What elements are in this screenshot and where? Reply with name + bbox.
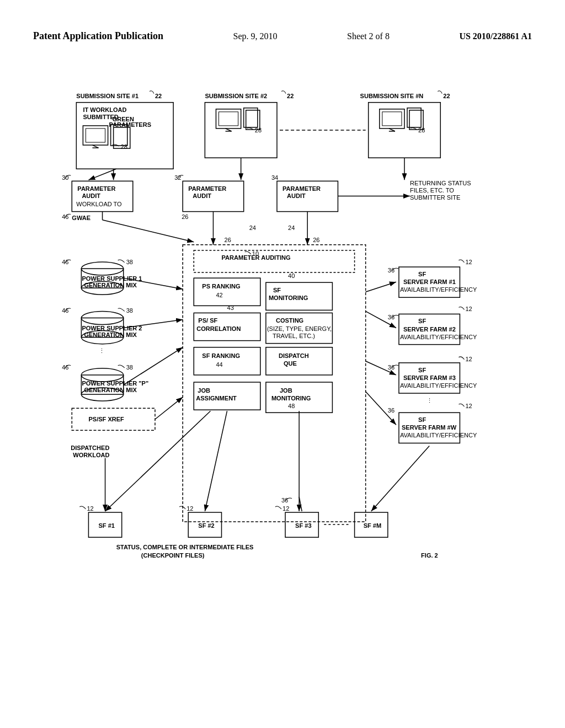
svg-text:SERVER FARM #W: SERVER FARM #W — [402, 424, 457, 431]
svg-text:SF: SF — [418, 367, 426, 373]
svg-text:DISPATCH: DISPATCH — [279, 352, 309, 359]
svg-text:SF #3: SF #3 — [295, 522, 311, 529]
svg-text:PS/ SF: PS/ SF — [198, 317, 217, 324]
svg-text:CORRELATION: CORRELATION — [196, 325, 241, 332]
svg-text:SF #M: SF #M — [364, 522, 382, 529]
svg-text:MONITORING: MONITORING — [271, 395, 311, 402]
sheet-info: Sheet 2 of 8 — [347, 31, 390, 41]
svg-rect-82 — [266, 347, 333, 375]
page-header: Patent Application Publication Sep. 9, 2… — [33, 30, 532, 42]
svg-rect-12 — [86, 129, 105, 142]
svg-text:24: 24 — [288, 224, 295, 231]
svg-text:28: 28 — [255, 127, 262, 133]
svg-line-162 — [88, 169, 116, 180]
svg-line-170 — [124, 319, 183, 328]
svg-text:PARAMETER: PARAMETER — [77, 185, 115, 192]
patent-diagram: SUBMISSION SITE #1 22 SUBMISSION SITE #2… — [33, 77, 532, 695]
svg-text:28: 28 — [418, 127, 425, 133]
svg-text:DISPATCHED: DISPATCHED — [71, 445, 109, 451]
svg-text:AUDIT: AUDIT — [82, 192, 100, 199]
svg-text:RETURNING STATUS: RETURNING STATUS — [410, 180, 471, 186]
svg-text:WORKLOAD: WORKLOAD — [73, 452, 109, 458]
svg-text:SF #1: SF #1 — [99, 522, 115, 529]
svg-text:SUBMISSION SITE #2: SUBMISSION SITE #2 — [205, 93, 267, 99]
svg-text:PARAMETER: PARAMETER — [282, 185, 321, 192]
svg-text:12: 12 — [87, 505, 93, 512]
svg-text:SF RANKING: SF RANKING — [202, 352, 240, 359]
svg-text:42: 42 — [216, 292, 222, 298]
svg-text:12: 12 — [465, 356, 472, 362]
svg-line-172 — [155, 397, 183, 419]
svg-text:43: 43 — [227, 304, 234, 311]
svg-text:SUBMITTER SITE: SUBMITTER SITE — [410, 195, 460, 201]
svg-text:12: 12 — [465, 306, 472, 312]
svg-text:AVAILABILITY/EFFICIENCY: AVAILABILITY/EFFICIENCY — [400, 382, 477, 389]
svg-text:12: 12 — [465, 403, 472, 409]
svg-text:12: 12 — [282, 505, 289, 512]
svg-text:36: 36 — [388, 364, 395, 371]
svg-text:48: 48 — [288, 403, 295, 409]
svg-text:24: 24 — [249, 224, 256, 231]
publication-date: Sep. 9, 2010 — [233, 31, 278, 41]
svg-rect-22 — [218, 112, 238, 126]
svg-text:26: 26 — [313, 237, 319, 243]
svg-text:22: 22 — [155, 93, 162, 99]
svg-text:FILES, ETC. TO: FILES, ETC. TO — [410, 187, 454, 194]
svg-text:AUDIT: AUDIT — [287, 192, 306, 199]
svg-text:JOB: JOB — [198, 387, 210, 394]
svg-text:⋮: ⋮ — [99, 347, 105, 354]
svg-text:GWAE: GWAE — [72, 215, 90, 221]
svg-text:FIG. 2: FIG. 2 — [421, 552, 438, 559]
svg-line-177 — [105, 411, 211, 511]
svg-line-178 — [205, 411, 227, 511]
svg-text:GENERATION MIX: GENERATION MIX — [84, 387, 137, 393]
svg-text:MONITORING: MONITORING — [269, 295, 308, 301]
svg-rect-62 — [194, 250, 354, 272]
svg-text:44: 44 — [216, 361, 222, 368]
svg-text:36: 36 — [388, 314, 395, 320]
svg-text:22: 22 — [443, 93, 450, 99]
svg-text:SF #2: SF #2 — [198, 522, 214, 529]
svg-text:AVAILABILITY/EFFICIENCY: AVAILABILITY/EFFICIENCY — [400, 334, 477, 340]
svg-text:SF: SF — [418, 318, 426, 324]
svg-text:PARAMETERS: PARAMETERS — [109, 121, 151, 128]
svg-text:⋮: ⋮ — [427, 397, 433, 404]
svg-text:SERVER FARM #2: SERVER FARM #2 — [403, 326, 456, 333]
svg-text:JOB: JOB — [280, 387, 292, 394]
publication-title: Patent Application Publication — [33, 30, 163, 42]
svg-line-164 — [103, 220, 194, 242]
svg-rect-64 — [194, 278, 260, 306]
svg-text:SERVER FARM #3: SERVER FARM #3 — [403, 374, 456, 381]
svg-text:PARAMETER AUDITING: PARAMETER AUDITING — [222, 254, 291, 261]
svg-text:STATUS, COMPLETE OR INTERMEDIA: STATUS, COMPLETE OR INTERMEDIATE FILES — [116, 544, 254, 550]
svg-text:38: 38 — [126, 307, 133, 314]
svg-text:36: 36 — [388, 407, 395, 414]
svg-text:SUBMISSION SITE #1: SUBMISSION SITE #1 — [76, 93, 138, 99]
svg-text:WORKLOAD TO: WORKLOAD TO — [76, 201, 122, 207]
svg-text:SERVER FARM #1: SERVER FARM #1 — [403, 279, 456, 285]
svg-line-182 — [371, 446, 429, 511]
svg-text:SF: SF — [418, 416, 426, 423]
page: Patent Application Publication Sep. 9, 2… — [0, 0, 565, 728]
svg-text:SUBMISSION SITE #N: SUBMISSION SITE #N — [360, 93, 424, 99]
svg-text:PARAMETER: PARAMETER — [188, 185, 226, 192]
svg-text:SF: SF — [273, 287, 281, 293]
svg-text:QUE: QUE — [284, 360, 297, 367]
svg-rect-30 — [382, 112, 402, 126]
svg-text:(CHECKPOINT FILES): (CHECKPOINT FILES) — [141, 552, 205, 559]
svg-text:SF: SF — [418, 271, 426, 277]
svg-text:28: 28 — [121, 143, 127, 150]
svg-text:POWER SUPPLIER 2: POWER SUPPLIER 2 — [82, 325, 142, 331]
svg-text:38: 38 — [126, 259, 133, 265]
svg-text:POWER SUPPLIER "P": POWER SUPPLIER "P" — [82, 380, 148, 387]
svg-text:12: 12 — [465, 259, 472, 265]
svg-rect-79 — [194, 347, 260, 375]
svg-text:IT WORKLOAD: IT WORKLOAD — [83, 106, 126, 113]
svg-text:38: 38 — [126, 364, 133, 371]
patent-number: US 2010/228861 A1 — [459, 31, 532, 41]
svg-text:AUDIT: AUDIT — [193, 192, 211, 199]
svg-text:AVAILABILITY/EFFICIENCY: AVAILABILITY/EFFICIENCY — [400, 286, 477, 293]
svg-text:GENERATION MIX: GENERATION MIX — [84, 282, 137, 288]
svg-text:GENERATION MIX: GENERATION MIX — [84, 331, 137, 338]
svg-text:AVAILABILITY/EFFICIENCY: AVAILABILITY/EFFICIENCY — [400, 432, 477, 438]
